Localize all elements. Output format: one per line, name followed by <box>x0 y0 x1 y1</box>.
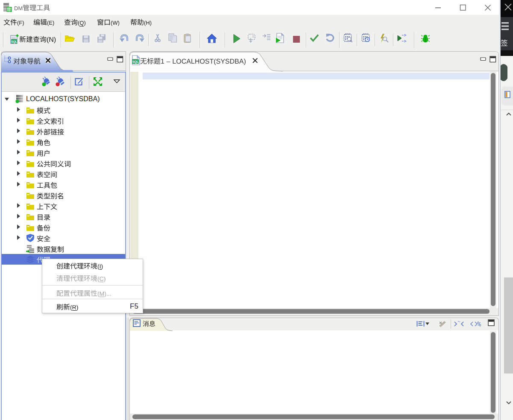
svg-text:SQL: SQL <box>132 60 139 64</box>
svg-text:SQL: SQL <box>11 40 17 44</box>
